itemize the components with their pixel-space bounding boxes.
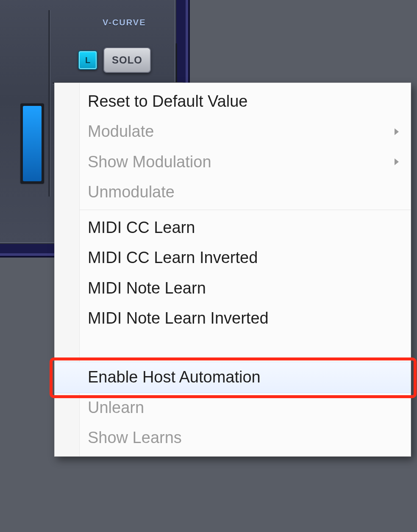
solo-button-label: SOLO (112, 54, 142, 66)
menu-item-show-learns[interactable]: Show Learns (55, 423, 411, 453)
menu-item-reset-default[interactable]: Reset to Default Value (55, 86, 411, 116)
l-toggle-button[interactable]: L (78, 50, 97, 70)
context-menu: Reset to Default Value Modulate Show Mod… (54, 83, 411, 457)
level-meter (19, 103, 45, 185)
vcurve-label: V-CURVE (103, 18, 146, 28)
menu-item-label: Unlearn (88, 399, 144, 416)
menu-blank-row (55, 333, 411, 362)
menu-item-unmodulate[interactable]: Unmodulate (55, 177, 411, 207)
menu-item-label: Show Learns (88, 429, 182, 446)
menu-item-label: MIDI Note Learn Inverted (88, 309, 269, 327)
menu-item-midi-note-learn[interactable]: MIDI Note Learn (55, 273, 411, 303)
menu-item-label: Enable Host Automation (88, 368, 261, 386)
menu-item-midi-note-learn-inverted[interactable]: MIDI Note Learn Inverted (55, 303, 411, 333)
submenu-arrow-icon (395, 158, 399, 165)
menu-item-label: Show Modulation (88, 153, 211, 171)
l-toggle-label: L (85, 55, 90, 65)
menu-item-label: MIDI Note Learn (88, 279, 206, 297)
menu-item-label: Reset to Default Value (88, 92, 247, 110)
level-meter-fill (23, 106, 42, 181)
menu-item-modulate[interactable]: Modulate (55, 116, 411, 147)
menu-item-show-modulation[interactable]: Show Modulation (55, 147, 411, 177)
context-menu-list: Reset to Default Value Modulate Show Mod… (55, 83, 411, 456)
menu-item-unlearn[interactable]: Unlearn (55, 393, 411, 423)
menu-separator (79, 210, 411, 210)
solo-button[interactable]: SOLO (103, 47, 151, 73)
submenu-arrow-icon (395, 128, 399, 135)
menu-item-midi-cc-learn[interactable]: MIDI CC Learn (55, 213, 411, 243)
panel-divider (48, 10, 50, 197)
menu-item-label: MIDI CC Learn Inverted (88, 249, 258, 266)
menu-item-label: Unmodulate (88, 183, 175, 201)
menu-item-enable-host-automation[interactable]: Enable Host Automation (55, 362, 411, 393)
menu-item-label: MIDI CC Learn (88, 219, 195, 236)
menu-item-midi-cc-learn-inverted[interactable]: MIDI CC Learn Inverted (55, 243, 411, 273)
menu-item-label: Modulate (88, 122, 154, 140)
